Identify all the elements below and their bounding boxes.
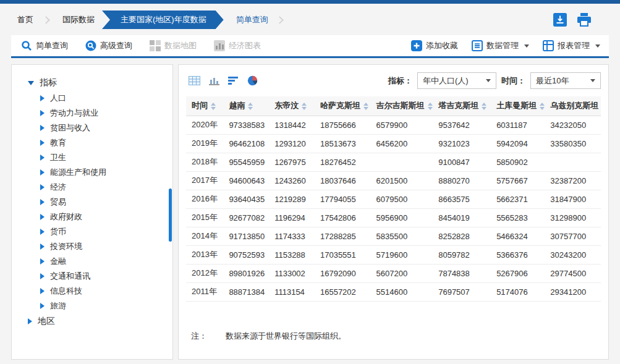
sort-icon[interactable]	[248, 103, 253, 110]
sort-icon[interactable]	[482, 103, 486, 110]
data-management-button[interactable]: 数据管理	[472, 40, 529, 51]
advanced-query-button[interactable]: 高级查询	[85, 40, 132, 51]
table-note: 注： 数据来源于世界银行等国际组织。	[186, 331, 601, 350]
breadcrumb-international-data-label: 国际数据	[62, 14, 95, 25]
sidebar-item-2[interactable]: 贫困与收入	[12, 121, 172, 135]
table-row[interactable]: 2014年91713850117433317288285583550082528…	[186, 227, 601, 245]
breadcrumb-simple-query[interactable]: 简单查询	[224, 11, 272, 29]
sidebar-item-3[interactable]: 教育	[12, 135, 172, 150]
column-header-5[interactable]: 塔吉克斯坦	[433, 96, 491, 116]
breadcrumb-international-data[interactable]: 国际数据	[57, 11, 100, 29]
value-cell: 5662371	[491, 190, 545, 208]
column-header-4[interactable]: 吉尔吉斯斯坦	[371, 96, 433, 116]
value-cell: 6579900	[371, 116, 433, 134]
column-header-label: 土库曼斯坦	[496, 101, 537, 110]
value-cell: 8663575	[433, 190, 491, 208]
value-cell: 7874838	[433, 264, 491, 282]
sidebar-item-label: 投资环境	[50, 241, 82, 252]
sidebar-item-label: 能源生产和使用	[50, 167, 106, 178]
column-header-0[interactable]: 时间	[186, 96, 223, 116]
bar-chart-view-icon[interactable]	[209, 76, 219, 85]
sort-icon[interactable]	[211, 103, 216, 110]
sidebar-item-5[interactable]: 能源生产和使用	[12, 165, 172, 180]
column-header-3[interactable]: 哈萨克斯坦	[315, 96, 371, 116]
column-header-7[interactable]: 乌兹别克斯坦	[545, 96, 601, 116]
sorted-bar-view-icon[interactable]	[228, 76, 239, 85]
breadcrumb-home-label: 首页	[17, 14, 33, 25]
value-cell: 9100847	[433, 153, 491, 171]
sidebar-scrollbar-thumb[interactable]	[169, 188, 172, 242]
map-icon	[150, 40, 161, 51]
sidebar-item-8[interactable]: 政府财政	[12, 210, 172, 224]
table-row[interactable]: 2011年88871384111315416557202551460076975…	[186, 282, 601, 301]
column-header-1[interactable]: 越南	[223, 96, 269, 116]
sidebar-item-0[interactable]: 人口	[12, 91, 172, 106]
column-header-label: 吉尔吉斯斯坦	[376, 101, 425, 110]
value-cell: 5835500	[371, 227, 433, 245]
download-button[interactable]	[553, 13, 567, 27]
breadcrumb-annual-data-active[interactable]: 主要国家(地区)年度数据	[102, 11, 224, 29]
table-row[interactable]: 2013年90752593115328817035551571960080597…	[186, 245, 601, 264]
column-header-6[interactable]: 土库曼斯坦	[491, 96, 545, 116]
sidebar-item-6[interactable]: 经济	[12, 180, 172, 195]
row-year-cell: 2016年	[186, 190, 223, 208]
sidebar-item-label: 人口	[50, 93, 66, 104]
sidebar-item-9[interactable]: 货币	[12, 224, 172, 239]
sidebar-item-10[interactable]: 投资环境	[12, 239, 172, 254]
sort-icon[interactable]	[363, 103, 368, 110]
sidebar-item-13[interactable]: 信息科技	[12, 284, 172, 298]
table-view-icon[interactable]	[189, 76, 200, 85]
sidebar-item-1[interactable]: 劳动力与就业	[12, 106, 172, 121]
table-row[interactable]: 2015年92677082119629417542806595690084540…	[186, 208, 601, 227]
table-row[interactable]: 2019年96462108129312018513673645620093210…	[186, 134, 601, 153]
add-favorite-button[interactable]: 添加收藏	[411, 40, 458, 51]
sort-icon[interactable]	[540, 103, 545, 110]
sidebar-item-4[interactable]: 卫生	[12, 150, 172, 165]
search-advanced-icon	[85, 40, 96, 51]
value-cell: 18276452	[315, 153, 371, 171]
pie-chart-view-icon[interactable]	[247, 75, 258, 86]
value-cell: 97338583	[223, 116, 269, 134]
value-cell: 1219289	[269, 190, 315, 208]
value-cell: 95545959	[223, 153, 269, 171]
list-icon	[472, 40, 483, 51]
sidebar-item-7[interactable]: 贸易	[12, 195, 172, 210]
sidebar-root-indicators[interactable]: 指标	[12, 75, 172, 91]
sidebar-item-12[interactable]: 交通和通讯	[12, 269, 172, 284]
value-cell: 18755666	[315, 116, 371, 134]
value-cell: 5514600	[371, 282, 433, 301]
table-row[interactable]: 2017年94600643124326018037646620150088802…	[186, 171, 601, 190]
indicator-select[interactable]: 年中人口(人)	[417, 72, 496, 89]
economic-charts-button[interactable]: 经济图表	[214, 40, 261, 51]
caret-right-icon	[40, 154, 45, 161]
sort-icon[interactable]	[302, 103, 307, 110]
value-cell: 1196294	[269, 208, 315, 227]
sidebar-item-14[interactable]: 旅游	[12, 298, 172, 313]
column-header-2[interactable]: 东帝汶	[269, 96, 315, 116]
value-cell: 5757667	[491, 171, 545, 190]
sidebar-item-label: 政府财政	[50, 211, 82, 222]
value-cell: 90752593	[223, 245, 269, 264]
sidebar-item-label: 劳动力与就业	[50, 108, 98, 119]
sidebar-item-11[interactable]: 金融	[12, 254, 172, 269]
time-select[interactable]: 最近10年	[530, 72, 601, 89]
value-cell: 8880270	[433, 171, 491, 190]
table-row[interactable]: 2018年95545959126797518276452910084758509…	[186, 153, 601, 171]
print-button[interactable]	[577, 13, 592, 27]
caret-down-icon	[595, 44, 600, 48]
filters: 指标： 年中人口(人) 时间： 最近10年	[388, 72, 601, 89]
breadcrumb-home[interactable]: 首页	[12, 11, 38, 29]
sort-icon[interactable]	[428, 103, 433, 110]
table-row[interactable]: 2020年97338583131844218755666657990095376…	[186, 116, 601, 134]
breadcrumb-simple-query-label: 简单查询	[236, 14, 268, 25]
sidebar-item-label: 交通和通讯	[50, 271, 90, 282]
table-row[interactable]: 2016年93640435121928917794055607950086635…	[186, 190, 601, 208]
data-map-button[interactable]: 数据地图	[150, 40, 197, 51]
table-body: 2020年97338583131844218755666657990095376…	[186, 116, 601, 301]
sidebar-root-regions[interactable]: 地区	[12, 313, 172, 329]
report-management-button[interactable]: 报表管理	[543, 40, 600, 51]
simple-query-button[interactable]: 简单查询	[21, 40, 68, 51]
value-cell: 96462108	[223, 134, 269, 153]
table-row[interactable]: 2012年89801926113300216792090560720078748…	[186, 264, 601, 282]
value-cell: 5850902	[491, 153, 545, 171]
